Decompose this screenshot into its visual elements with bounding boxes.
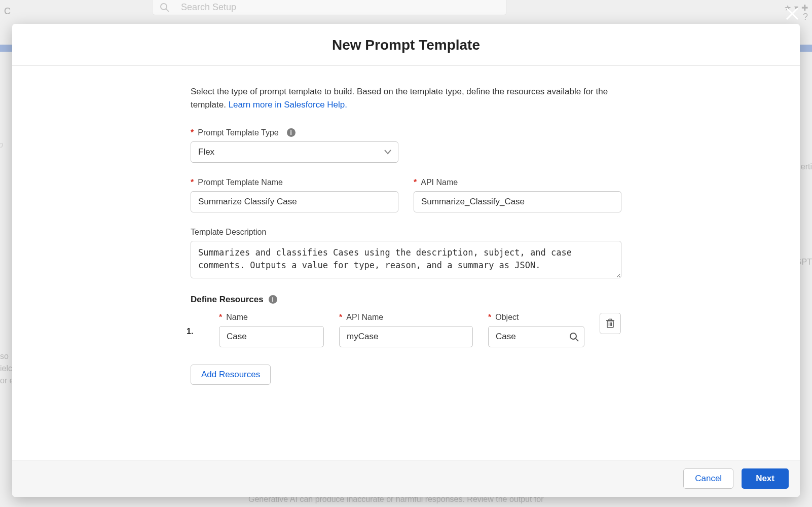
learn-more-link[interactable]: Learn more in Salesforce Help. [229,100,347,110]
resource-name-input[interactable] [219,326,324,347]
required-marker: * [339,313,342,322]
define-resources-heading-row: Define Resources i [191,295,621,305]
resource-name-label-row: * Name [219,313,324,322]
new-prompt-template-modal: New Prompt Template Select the type of p… [12,24,800,497]
description-label-row: Template Description [191,228,621,237]
cancel-button[interactable]: Cancel [683,468,733,489]
api-name-label: API Name [421,178,458,187]
next-button[interactable]: Next [742,468,789,489]
resource-api-label: API Name [346,313,383,322]
define-resources-heading: Define Resources [191,295,264,305]
resource-api-label-row: * API Name [339,313,473,322]
close-icon[interactable] [785,6,800,21]
resource-name-label: Name [226,313,248,322]
template-type-label-row: * Prompt Template Type i [191,128,621,137]
delete-resource-button[interactable] [600,313,621,334]
info-icon[interactable]: i [269,295,277,304]
resource-row: 1. * Name * API Name [191,313,621,347]
required-marker: * [219,313,222,322]
required-marker: * [488,313,491,322]
modal-title: New Prompt Template [12,24,800,65]
intro-text: Select the type of prompt template to bu… [191,85,621,112]
modal-footer: Cancel Next [12,460,800,497]
api-name-input[interactable] [414,191,621,212]
description-textarea[interactable] [191,241,621,278]
template-type-select-wrap[interactable] [191,141,398,163]
resource-number: 1. [187,327,193,336]
resource-object-input[interactable] [488,326,584,347]
template-name-input[interactable] [191,191,398,212]
modal-overlay: New Prompt Template Select the type of p… [0,0,812,507]
template-type-label: Prompt Template Type [198,128,279,137]
description-label: Template Description [191,228,266,237]
api-name-label-row: * API Name [414,178,621,187]
modal-body: Select the type of prompt template to bu… [12,66,800,460]
info-icon[interactable]: i [287,128,296,137]
required-marker: * [191,178,194,187]
resource-api-input[interactable] [339,326,473,347]
template-type-select[interactable] [191,141,398,163]
trash-icon [606,318,615,329]
template-name-label-row: * Prompt Template Name [191,178,398,187]
required-marker: * [414,178,417,187]
resource-object-label-row: * Object [488,313,584,322]
required-marker: * [191,128,194,137]
template-name-label: Prompt Template Name [198,178,283,187]
resource-object-label: Object [495,313,519,322]
add-resources-button[interactable]: Add Resources [191,365,271,385]
